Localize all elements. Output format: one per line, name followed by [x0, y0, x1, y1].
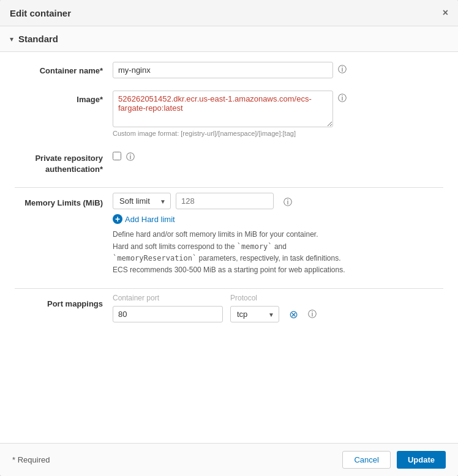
container-port-header: Container port: [113, 294, 223, 302]
memory-type-select[interactable]: Soft limit Hard limit: [113, 193, 171, 209]
memory-hint: Define hard and/or soft memory limits in…: [113, 229, 345, 276]
edit-container-modal: Edit container × ▾ Standard Container na…: [0, 0, 458, 476]
image-label: Image*: [15, 91, 113, 105]
divider-2: [15, 288, 443, 289]
section-header: ▾ Standard: [0, 26, 458, 52]
section-toggle-icon[interactable]: ▾: [10, 35, 13, 43]
port-mappings-label: Port mappings: [15, 294, 113, 310]
memory-controls-row: Soft limit Hard limit ▼ ⓘ: [113, 193, 443, 209]
private-repo-info-icon[interactable]: ⓘ: [126, 152, 135, 163]
add-hard-limit-label: Add Hard limit: [125, 215, 175, 224]
port-mappings-control: Container port Protocol tcp udp ▼ ⊗: [113, 294, 443, 322]
image-input[interactable]: 526262051452.dkr.ecr.us-east-1.amazonaws…: [113, 91, 333, 127]
memory-value-input[interactable]: [176, 193, 274, 209]
container-name-input[interactable]: [113, 62, 333, 78]
port-mappings-row: Port mappings Container port Protocol tc…: [15, 294, 443, 322]
required-note: * Required: [12, 455, 50, 464]
image-row: Image* 526262051452.dkr.ecr.us-east-1.am…: [15, 91, 443, 137]
private-repo-checkbox[interactable]: [113, 152, 121, 160]
modal-header: Edit container ×: [0, 0, 458, 26]
modal-footer: * Required Cancel Update: [0, 443, 458, 476]
port-info-icon[interactable]: ⓘ: [308, 309, 317, 320]
modal-body: ▾ Standard Container name* ⓘ Image* 5262…: [0, 26, 458, 443]
memory-limits-control: Soft limit Hard limit ▼ ⓘ + Add Hard lim…: [113, 193, 443, 276]
image-hint: Custom image format: [registry-url]/[nam…: [113, 130, 296, 137]
image-info-icon[interactable]: ⓘ: [338, 93, 347, 104]
container-port-input[interactable]: [113, 306, 223, 322]
image-control: 526262051452.dkr.ecr.us-east-1.amazonaws…: [113, 91, 443, 137]
private-repo-row: Private repository authentication* ⓘ: [15, 149, 443, 175]
cancel-button[interactable]: Cancel: [342, 451, 390, 469]
private-repo-label: Private repository authentication*: [15, 149, 113, 175]
container-name-row: Container name* ⓘ: [15, 62, 443, 78]
memory-limits-label: Memory Limits (MiB): [15, 193, 113, 209]
protocol-select[interactable]: tcp udp: [230, 306, 279, 322]
memory-select-wrapper: Soft limit Hard limit ▼: [113, 193, 171, 209]
memory-info-icon[interactable]: ⓘ: [283, 197, 292, 208]
divider-1: [15, 187, 443, 188]
protocol-header: Protocol: [230, 294, 304, 302]
container-name-label: Container name*: [15, 62, 113, 76]
form-section: Container name* ⓘ Image* 526262051452.dk…: [0, 52, 458, 344]
protocol-select-wrapper: tcp udp ▼: [230, 306, 279, 322]
add-hard-limit-icon: +: [113, 214, 122, 224]
footer-buttons: Cancel Update: [342, 451, 446, 469]
port-fields-row: tcp udp ▼ ⊗ ⓘ: [113, 306, 443, 322]
container-name-control: ⓘ: [113, 62, 443, 78]
section-title: Standard: [18, 34, 58, 44]
memory-hint-text: Define hard and/or soft memory limits in…: [113, 230, 345, 274]
add-hard-limit-button[interactable]: + Add Hard limit: [113, 214, 443, 224]
port-headers: Container port Protocol: [113, 294, 443, 302]
close-button[interactable]: ×: [443, 7, 448, 18]
private-repo-control: ⓘ: [113, 149, 443, 163]
update-button[interactable]: Update: [397, 451, 446, 469]
remove-port-button[interactable]: ⊗: [289, 309, 298, 320]
modal-title: Edit container: [10, 8, 71, 18]
private-repo-checkbox-wrapper: [113, 149, 121, 160]
memory-limits-row: Memory Limits (MiB) Soft limit Hard limi…: [15, 193, 443, 276]
container-name-info-icon[interactable]: ⓘ: [338, 64, 347, 75]
